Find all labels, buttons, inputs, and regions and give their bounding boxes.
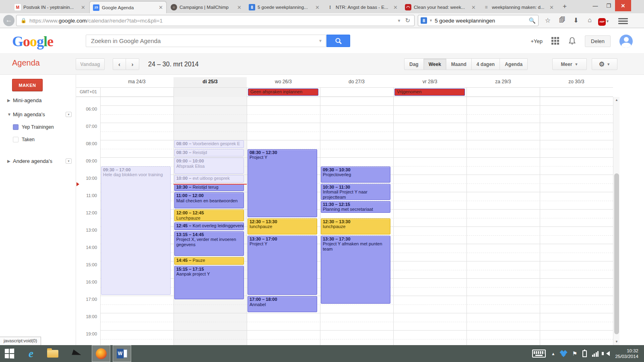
calendar-event[interactable]: 11:30 – 12:15Planning met secretariaat: [321, 201, 390, 213]
calendar-search-box[interactable]: ▼: [86, 35, 326, 47]
browser-tab[interactable]: 85 goede weekplanning...✕: [246, 1, 323, 13]
plus-profile-link[interactable]: +Yep: [531, 38, 543, 44]
next-week-button[interactable]: ›: [126, 58, 139, 70]
scrollbar-thumb[interactable]: [614, 173, 619, 334]
expand-right-icon[interactable]: ▶: [7, 98, 13, 103]
calendar-event[interactable]: 13:30 – 17:00Project Y: [248, 236, 317, 295]
url-dropdown-icon[interactable]: ▼: [395, 19, 404, 23]
calendar-search-button[interactable]: [326, 35, 350, 47]
day-header-za[interactable]: za 29/3: [466, 77, 540, 87]
tab-close-icon[interactable]: ✕: [315, 4, 320, 10]
back-button[interactable]: ←: [3, 15, 14, 26]
window-minimize-button[interactable]: —: [588, 0, 602, 11]
calendar-event[interactable]: 10:30 – 11:30Infomail Project Y naar pro…: [321, 184, 390, 200]
new-tab-button[interactable]: +: [559, 2, 571, 11]
allday-cell[interactable]: [100, 88, 173, 97]
reload-icon[interactable]: ↻: [403, 17, 412, 24]
scroll-down-icon[interactable]: ▼: [613, 339, 620, 345]
downloads-icon[interactable]: ⬇: [571, 16, 581, 25]
calendar-event[interactable]: 13:15 – 14:45Project X, verder met invoe…: [174, 231, 244, 256]
calendar-event[interactable]: 17:00 – 18:00Annabel: [248, 296, 317, 312]
view-button-maand[interactable]: Maand: [446, 58, 472, 70]
network-signal-icon[interactable]: [592, 350, 599, 357]
speaker-icon[interactable]: [604, 351, 610, 356]
search-magnifier-icon[interactable]: 🔍: [529, 17, 536, 24]
create-event-button[interactable]: MAKEN: [12, 79, 43, 91]
search-engine-dropdown-icon[interactable]: ▼: [427, 19, 435, 23]
day-header-wo[interactable]: wo 26/3: [247, 77, 320, 87]
tab-close-icon[interactable]: ✕: [237, 4, 242, 10]
dropbox-icon[interactable]: [560, 350, 567, 357]
calendar-event[interactable]: 12:30 – 13:30lunchpauze: [321, 218, 390, 234]
taskbar-firefox-button[interactable]: [92, 345, 110, 362]
calendar-event[interactable]: 08:30 – 12:30Project Y: [248, 149, 317, 217]
window-close-button[interactable]: ✕: [615, 0, 631, 11]
tray-expand-icon[interactable]: ▲: [551, 352, 555, 356]
browser-search-bar[interactable]: 8 ▼ 🔍: [418, 15, 539, 26]
allday-cell[interactable]: [320, 88, 393, 97]
prev-week-button[interactable]: ‹: [113, 58, 126, 70]
day-header-ma[interactable]: ma 24/3: [100, 77, 173, 87]
browser-tab[interactable]: 25Google Agenda✕: [89, 1, 167, 13]
view-button-week[interactable]: Week: [424, 58, 446, 70]
calendar-event[interactable]: 09:30 – 17:00Hele dag blokken voor train…: [101, 167, 171, 295]
day-header-di[interactable]: di 25/3: [173, 77, 247, 87]
tab-close-icon[interactable]: ✕: [159, 4, 163, 10]
sidebar-item-mini-agenda[interactable]: ▶ Mini-agenda: [0, 96, 76, 105]
calendar-event[interactable]: 12:00 – 12:45Lunchpauze: [174, 210, 244, 221]
allday-event[interactable]: Geen afspraken inplannen: [248, 88, 318, 96]
calendar-event[interactable]: 14:45 – Pauze: [174, 257, 244, 265]
sidebar-item-my-agendas[interactable]: ▼ Mijn agenda's ▼: [0, 110, 76, 119]
allday-cell[interactable]: [173, 88, 247, 97]
apps-grid-icon[interactable]: [551, 37, 559, 45]
address-bar[interactable]: 🔒 https://www.google.com/calendar/render…: [16, 15, 415, 26]
other-agendas-dropdown-icon[interactable]: ▼: [66, 158, 72, 164]
bookmark-star-icon[interactable]: ☆: [543, 16, 553, 25]
calendar-event[interactable]: 15:15 – 17:15Aanpak project Y: [174, 266, 244, 299]
share-button[interactable]: Delen: [585, 35, 611, 47]
notifications-bell-icon[interactable]: [568, 37, 576, 45]
allday-cell[interactable]: [540, 88, 613, 97]
home-icon[interactable]: ⌂: [584, 16, 595, 25]
browser-tab[interactable]: ◠Clean your head: week...✕: [402, 1, 479, 13]
calendar-color-swatch[interactable]: [13, 137, 19, 142]
calendar-list-item[interactable]: Taken: [0, 135, 76, 144]
calendar-event[interactable]: 13:30 – 17:30Project Y afmaken met punte…: [321, 236, 390, 304]
view-button-dag[interactable]: Dag: [404, 58, 424, 70]
browser-tab[interactable]: ≡weekplanning maken: d...✕: [480, 1, 557, 13]
tab-close-icon[interactable]: ✕: [81, 4, 85, 10]
sidebar-item-other-agendas[interactable]: ▶ Andere agenda's ▼: [0, 156, 76, 165]
calendar-event[interactable]: 10:30 – Reistijd terug: [174, 184, 244, 191]
day-header-zo[interactable]: zo 30/3: [540, 77, 613, 87]
day-header-do[interactable]: do 27/3: [320, 77, 393, 87]
settings-gear-button[interactable]: ⚙▼: [592, 58, 617, 70]
google-logo[interactable]: Google: [12, 33, 53, 50]
window-restore-button[interactable]: ❐: [602, 0, 615, 11]
browser-tab[interactable]: MPostvak IN - yeptrainin...✕: [11, 1, 89, 13]
vertical-scrollbar[interactable]: ▲ ▼: [613, 97, 619, 345]
view-button-agenda[interactable]: Agenda: [500, 58, 528, 70]
taskbar-ie-button[interactable]: e: [22, 345, 40, 362]
calendar-event[interactable]: 08:00 – Voorbereiden gesprek E: [174, 140, 244, 148]
calendar-search-input[interactable]: [86, 37, 318, 44]
calendar-event[interactable]: 09:00 – 10:00Afspraak Elisa: [174, 158, 244, 174]
calendar-list-item[interactable]: Yep Trainingen: [0, 123, 76, 132]
search-options-caret-icon[interactable]: ▼: [318, 39, 326, 43]
tab-close-icon[interactable]: ✕: [393, 4, 398, 10]
calendar-event[interactable]: 08:30 – Reistijd: [174, 149, 244, 157]
tab-close-icon[interactable]: ✕: [549, 4, 554, 10]
flag-icon[interactable]: ⚑: [572, 350, 577, 357]
calendar-event[interactable]: 09:30 – 10:30Projectoverleg: [321, 167, 390, 183]
day-header-vr[interactable]: vr 28/3: [393, 77, 466, 87]
start-button[interactable]: [0, 345, 19, 362]
browser-tab[interactable]: ⁞NTR: Angst de baas - E...✕: [324, 1, 401, 13]
my-agendas-dropdown-icon[interactable]: ▼: [66, 112, 72, 117]
keyboard-icon[interactable]: [532, 350, 546, 358]
allday-cell[interactable]: [466, 88, 540, 97]
calendar-event[interactable]: 12:30 – 13:30lunchpauze: [248, 218, 317, 234]
today-button[interactable]: Vandaag: [76, 58, 105, 70]
calendar-event[interactable]: 10:00 – evt uitloop gesprek: [174, 175, 244, 183]
battery-icon[interactable]: [582, 350, 587, 357]
browser-search-input[interactable]: [435, 18, 529, 24]
allday-event[interactable]: Vrijgenomen: [394, 88, 465, 96]
